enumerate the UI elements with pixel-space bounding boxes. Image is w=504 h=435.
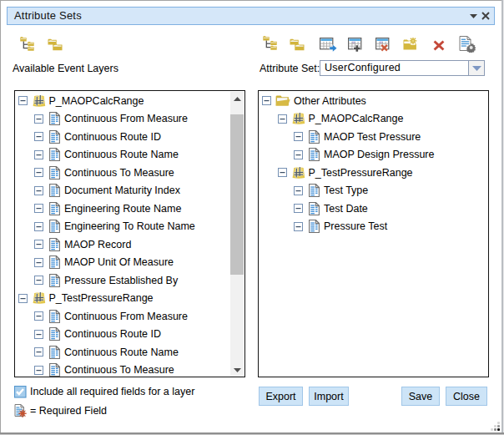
attribute-set-combobox[interactable]: UserConfigured: [320, 60, 484, 76]
tree-item-continuous-to-measure[interactable]: Continuous To Measure: [15, 361, 244, 377]
folder-icon: [275, 95, 290, 106]
scrollbar-up-button[interactable]: [230, 92, 244, 106]
tree-item-label: Test Type: [324, 181, 368, 200]
tree-item-continuous-route-name[interactable]: Continuous Route Name: [15, 145, 244, 164]
collapse-minus-icon[interactable]: [18, 96, 28, 105]
collapse-minus-icon[interactable]: [278, 168, 287, 177]
collapse-minus-icon[interactable]: [34, 366, 43, 375]
collapse-minus-icon[interactable]: [18, 294, 28, 303]
tree-item-other-attributes[interactable]: Other Attributes: [259, 92, 488, 110]
include-required-fields-checkbox[interactable]: [14, 386, 27, 398]
collapse-minus-icon[interactable]: [34, 276, 43, 285]
collapse-minus-icon[interactable]: [34, 347, 43, 357]
tree-item-p-testpressurerange[interactable]: P_TestPressureRange: [15, 289, 244, 307]
collapse-minus-icon[interactable]: [34, 311, 43, 321]
collapse-minus-icon[interactable]: [34, 132, 43, 141]
tree-item-label: Pressure Test: [324, 217, 387, 235]
tree-item-continuous-from-measure[interactable]: Continuous From Measure: [15, 109, 244, 128]
tree-item-continuous-to-measure[interactable]: Continuous To Measure: [15, 164, 244, 182]
field-doc-icon: [49, 274, 60, 287]
tree-item-test-type[interactable]: Test Type: [259, 181, 488, 200]
collapse-minus-icon[interactable]: [34, 114, 43, 124]
tree-item-maop-unit-of-measure[interactable]: MAOP Unit Of Measure: [15, 253, 244, 271]
tree-item-pressure-test[interactable]: Pressure Test: [259, 217, 488, 235]
available-event-layers-tree[interactable]: P_MAOPCalcRange Continuous From Measure: [14, 90, 245, 377]
toolbar-button-add-event-layers-tree[interactable]: [19, 36, 34, 51]
field-doc-icon: [49, 310, 60, 323]
tree-item-p-testpressurerange[interactable]: P_TestPressureRange: [259, 164, 488, 182]
collapse-minus-icon[interactable]: [34, 168, 43, 177]
collapse-minus-icon[interactable]: [294, 204, 303, 213]
field-doc-icon: [49, 202, 60, 215]
collapse-minus-icon[interactable]: [34, 240, 43, 249]
collapse-minus-icon[interactable]: [34, 222, 43, 231]
tree-item-continuous-route-name[interactable]: Continuous Route Name: [15, 343, 244, 362]
collapse-minus-icon[interactable]: [294, 186, 303, 195]
collapse-minus-icon[interactable]: [34, 186, 43, 195]
attribute-set-label: Attribute Set:: [260, 63, 320, 75]
tree-item-label: Continuous Route ID: [64, 325, 161, 343]
tree-item-continuous-route-id[interactable]: Continuous Route ID: [15, 325, 244, 343]
toolbar-button-copy-folders-2[interactable]: [288, 38, 306, 51]
tree-item-continuous-from-measure[interactable]: Continuous From Measure: [15, 307, 244, 326]
export-button[interactable]: Export: [259, 387, 303, 406]
tree-item-continuous-route-id[interactable]: Continuous Route ID: [15, 128, 244, 146]
tree-item-maop-test-pressure[interactable]: MAOP Test Pressure: [259, 128, 488, 146]
toolbar-button-table-add[interactable]: [347, 38, 366, 52]
left-tree-scrollbar[interactable]: [230, 92, 244, 377]
add-event-layers-tree-icon: [20, 37, 34, 51]
collapse-minus-icon[interactable]: [34, 258, 43, 267]
toolbar-button-document-properties[interactable]: [459, 36, 476, 53]
tree-item-document-maturity-index[interactable]: Document Maturity Index: [15, 181, 244, 200]
field-doc-icon: [49, 184, 60, 197]
tree-item-label: P_TestPressureRange: [49, 289, 154, 307]
tree-item-pressure-established-by[interactable]: Pressure Established By: [15, 271, 244, 290]
field-doc-icon: [49, 112, 60, 125]
collapse-minus-icon[interactable]: [34, 330, 43, 339]
copy-folders-icon: [48, 38, 63, 51]
collapse-minus-icon[interactable]: [294, 150, 303, 159]
toolbar-button-delete[interactable]: [431, 39, 446, 51]
copy-folders-icon: [290, 38, 305, 51]
tree-item-label: Continuous To Measure: [64, 164, 174, 182]
tree-item-test-date[interactable]: Test Date: [259, 200, 488, 218]
toolbar-button-table-remove[interactable]: [375, 38, 394, 52]
tree-item-label: Continuous From Measure: [64, 109, 188, 128]
field-doc-icon: [49, 363, 60, 377]
tree-item-maop-record[interactable]: MAOP Record: [15, 235, 244, 254]
field-doc-icon: [309, 148, 320, 161]
scrollbar-down-button[interactable]: [230, 363, 244, 377]
grip-dot: [497, 428, 500, 431]
tree-item-maop-design-pressure[interactable]: MAOP Design Pressure: [259, 145, 488, 164]
collapse-minus-icon[interactable]: [34, 150, 43, 159]
attribute-set-value: UserConfigured: [325, 61, 401, 75]
attribute-set-tree[interactable]: Other Attributes P_MAOPCalcRange: [258, 90, 489, 377]
collapse-minus-icon[interactable]: [294, 132, 303, 141]
tree-item-p-maopcalcrange[interactable]: P_MAOPCalcRange: [15, 92, 244, 110]
grip-dot: [497, 422, 500, 424]
titlebar-close-button[interactable]: [476, 8, 495, 24]
import-button[interactable]: Import: [309, 387, 349, 406]
window-title: Attribute Sets: [14, 8, 82, 24]
save-button[interactable]: Save: [401, 387, 440, 406]
collapse-minus-icon[interactable]: [34, 204, 43, 213]
event-layer-icon: [292, 167, 305, 179]
tree-item-engineering-route-name[interactable]: Engineering Route Name: [15, 200, 244, 218]
close-button[interactable]: Close: [446, 387, 487, 406]
scrollbar-thumb[interactable]: [230, 114, 244, 275]
collapse-minus-icon[interactable]: [294, 222, 303, 231]
collapse-minus-icon[interactable]: [278, 114, 287, 124]
tree-item-label: Engineering To Route Name: [64, 217, 195, 235]
titlebar[interactable]: Attribute Sets: [7, 7, 495, 25]
tree-item-p-maopcalcrange[interactable]: P_MAOPCalcRange: [259, 109, 488, 128]
collapse-minus-icon[interactable]: [262, 96, 271, 105]
tree-item-label: Other Attributes: [294, 92, 366, 110]
toolbar-button-copy-folders[interactable]: [48, 38, 63, 51]
tree-item-engineering-to-route-name[interactable]: Engineering To Route Name: [15, 217, 244, 235]
tree-item-label: Test Date: [324, 200, 368, 218]
toolbar-button-attribute-set-tree[interactable]: [261, 36, 279, 50]
toolbar-button-new-attribute-set[interactable]: [403, 38, 417, 50]
field-doc-icon: [49, 220, 60, 233]
toolbar-button-table-export[interactable]: [320, 38, 337, 52]
combobox-dropdown-button[interactable]: [468, 60, 485, 76]
